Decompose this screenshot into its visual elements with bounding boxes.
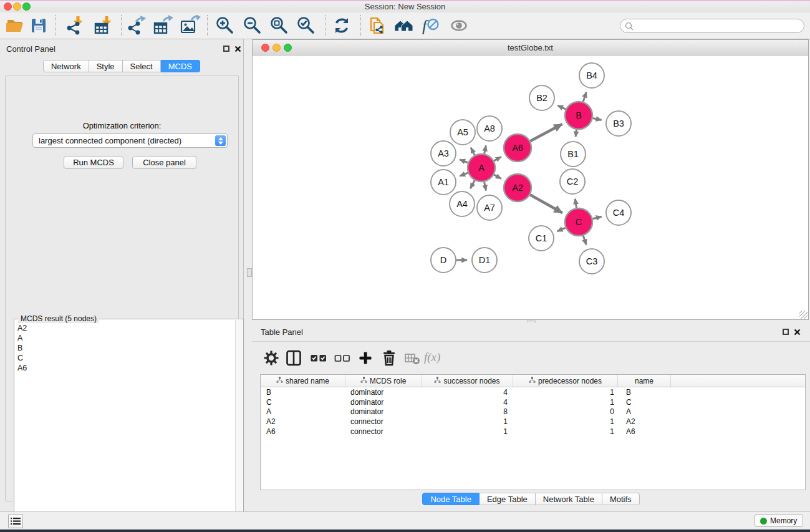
graph-node-C4[interactable]: C4 <box>606 200 631 225</box>
table-cell[interactable]: dominator <box>345 407 422 416</box>
close-window-button[interactable] <box>4 2 12 11</box>
result-item[interactable]: B <box>15 343 234 353</box>
table-cell[interactable]: 1 <box>422 417 513 426</box>
graph-node-A1[interactable]: A1 <box>431 170 456 195</box>
graph-edge-B-B3[interactable] <box>593 118 602 120</box>
table-cell[interactable]: A2 <box>261 417 345 426</box>
table-cell[interactable]: A <box>618 407 671 416</box>
network-zoom-button[interactable] <box>284 44 292 52</box>
graph-edge-A-A2[interactable] <box>494 175 501 178</box>
graph-edge-B-B2[interactable] <box>557 105 566 109</box>
home-icon[interactable] <box>393 15 414 36</box>
graph-edge-A-A1[interactable] <box>460 173 468 176</box>
criterion-select[interactable]: largest connected component (directed) <box>32 133 228 148</box>
float-panel-icon[interactable] <box>223 46 229 52</box>
graph-edge-A-A3[interactable] <box>460 160 468 163</box>
graph-edge-A6-B[interactable] <box>530 124 562 141</box>
column-header-predecessor-nodes[interactable]: predecessor nodes <box>513 375 618 387</box>
graph-node-C2[interactable]: C2 <box>560 169 585 194</box>
table-cell[interactable]: B <box>261 388 345 397</box>
graphics-details-icon[interactable]: f <box>420 15 441 36</box>
graph-edge-A2-C[interactable] <box>530 195 562 213</box>
table-cell[interactable]: 1 <box>513 417 618 426</box>
table-row[interactable]: Bdominator41B <box>261 387 805 397</box>
graph-edge-C-C4[interactable] <box>592 216 601 218</box>
graph-node-B3[interactable]: B3 <box>606 111 631 136</box>
delete-column-icon[interactable] <box>378 347 400 369</box>
search-input[interactable] <box>637 20 799 32</box>
graph-node-A4[interactable]: A4 <box>450 191 475 216</box>
network-window-titlebar[interactable]: testGlobe.txt <box>253 40 808 56</box>
graph-node-B1[interactable]: B1 <box>561 142 586 167</box>
zoom-in-icon[interactable] <box>215 15 236 36</box>
vertical-splitter-handle[interactable] <box>247 268 252 277</box>
task-history-button[interactable] <box>8 514 23 528</box>
table-cell[interactable]: 1 <box>513 388 618 397</box>
import-network-icon[interactable] <box>64 15 85 36</box>
graph-node-B4[interactable]: B4 <box>579 63 604 88</box>
zoom-fit-icon[interactable] <box>269 15 290 36</box>
settings-gear-icon[interactable] <box>261 347 282 369</box>
table-cell[interactable]: dominator <box>345 398 422 407</box>
graph-edge-B-B1[interactable] <box>576 130 577 137</box>
column-header-shared-name[interactable]: shared name <box>261 375 345 387</box>
result-scrollbar[interactable] <box>235 320 243 530</box>
graph-node-D[interactable]: D <box>431 248 456 273</box>
unselect-all-columns-icon[interactable] <box>332 347 353 369</box>
minimize-window-button[interactable] <box>13 2 21 11</box>
tab-node-table[interactable]: Node Table <box>422 493 480 505</box>
table-row[interactable]: Adominator80A <box>261 407 805 417</box>
tab-mcds[interactable]: MCDS <box>161 60 200 72</box>
table-cell[interactable]: B <box>618 388 671 397</box>
table-row[interactable]: A2connector11A2 <box>261 417 805 427</box>
table-cell[interactable]: A6 <box>261 427 345 436</box>
graph-node-A8[interactable]: A8 <box>477 116 502 141</box>
graph-node-C[interactable]: C <box>565 208 592 236</box>
graph-edge-A-A8[interactable] <box>485 145 486 153</box>
float-panel-icon[interactable] <box>783 329 789 335</box>
clone-network-icon[interactable] <box>367 15 388 36</box>
table-cell[interactable]: 1 <box>513 427 618 436</box>
open-session-icon[interactable] <box>4 15 26 36</box>
zoom-out-icon[interactable] <box>242 15 263 36</box>
graph-node-A7[interactable]: A7 <box>477 195 502 220</box>
tab-network[interactable]: Network <box>43 60 89 72</box>
table-cell[interactable]: connector <box>345 427 422 436</box>
result-item[interactable]: A6 <box>15 363 234 373</box>
export-image-icon[interactable] <box>180 15 201 36</box>
column-header-name[interactable]: name <box>618 375 671 387</box>
tab-network-table[interactable]: Network Table <box>536 493 602 505</box>
table-cell[interactable]: connector <box>345 417 422 426</box>
run-mcds-button[interactable]: Run MCDS <box>64 156 123 169</box>
table-cell[interactable]: 4 <box>422 398 513 407</box>
refresh-icon[interactable] <box>331 15 352 36</box>
table-row[interactable]: A6connector11A6 <box>261 427 805 437</box>
close-panel-icon[interactable] <box>234 46 241 52</box>
graph-node-A2[interactable]: A2 <box>504 174 531 201</box>
result-item[interactable]: A2 <box>15 323 234 333</box>
table-cell[interactable]: 8 <box>422 407 513 416</box>
show-columns-icon[interactable] <box>283 347 304 369</box>
table-cell[interactable]: 0 <box>513 407 618 416</box>
export-network-icon[interactable] <box>125 15 147 36</box>
table-cell[interactable]: dominator <box>345 388 422 397</box>
graph-edge-A-A4[interactable] <box>470 180 475 188</box>
resize-grip-icon[interactable] <box>799 311 808 319</box>
table-cell[interactable]: 4 <box>422 388 513 397</box>
network-minimize-button[interactable] <box>272 44 281 52</box>
close-panel-button[interactable]: Close panel <box>132 156 196 169</box>
graph-node-B[interactable]: B <box>565 102 592 129</box>
network-canvas[interactable]: B4B2BB3B1A5A8A6A3AA1A4A7A2C2CC4C1C3DD1 <box>253 56 808 319</box>
graph-edge-C-C3[interactable] <box>583 236 586 245</box>
graph-edge-B-B4[interactable] <box>583 92 586 102</box>
table-cell[interactable]: A <box>261 407 345 416</box>
tab-edge-table[interactable]: Edge Table <box>480 493 536 505</box>
result-item[interactable]: A <box>15 333 234 343</box>
graph-node-C1[interactable]: C1 <box>529 226 554 251</box>
zoom-selected-icon[interactable] <box>296 15 317 36</box>
tab-motifs[interactable]: Motifs <box>602 493 640 505</box>
tab-select[interactable]: Select <box>123 60 161 72</box>
graph-node-A[interactable]: A <box>468 154 495 181</box>
function-builder-icon[interactable]: f(x) <box>424 351 440 364</box>
graph-edge-A-A7[interactable] <box>485 182 486 191</box>
